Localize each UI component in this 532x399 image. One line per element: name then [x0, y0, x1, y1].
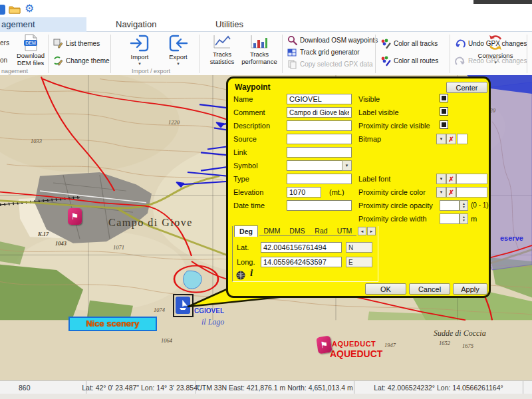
datetime-field[interactable]	[287, 200, 352, 211]
coord-tabs-scroll-left-icon[interactable]: ◄	[358, 227, 366, 235]
symbol-dropdown-icon[interactable]: ▼	[342, 160, 352, 171]
change-theme-button[interactable]: Change theme	[53, 55, 110, 66]
comment-field[interactable]	[287, 107, 352, 118]
gear-icon[interactable]: ⚙	[25, 2, 34, 15]
coord-tab-rad[interactable]: Rad	[310, 226, 332, 236]
link-field[interactable]	[287, 147, 352, 158]
import-caret-icon: ▾	[138, 61, 141, 66]
apply-button[interactable]: Apply	[453, 283, 487, 295]
ribbon-tab-strip: agement Navigation Utilities	[0, 17, 532, 32]
ok-button[interactable]: OK	[365, 283, 406, 295]
coord-tab-deg[interactable]: Deg	[234, 225, 258, 237]
conversions-button[interactable]: Conversions ▾	[472, 33, 519, 72]
label-font-dropdown-icon[interactable]: ▼	[436, 174, 446, 184]
prox-visible-checkbox[interactable]	[440, 120, 448, 129]
name-label: Name	[233, 95, 253, 103]
import-icon	[130, 34, 150, 53]
list-themes-button[interactable]: List themes	[53, 38, 100, 49]
source-label: Source	[233, 135, 257, 143]
visible-label: Visible	[358, 95, 380, 103]
coord-tab-dms[interactable]: DMS	[285, 226, 310, 236]
tab-navigation[interactable]: Navigation	[106, 17, 166, 32]
reserve-label: eserve	[500, 234, 523, 242]
bitmap-dropdown-icon[interactable]: ▼	[436, 134, 446, 144]
track-grid-button[interactable]: Track grid generator	[287, 47, 360, 58]
change-theme-icon	[53, 56, 63, 66]
spin-down-icon: ▼	[462, 205, 466, 209]
prox-width-field[interactable]	[440, 213, 460, 224]
prox-color-dropdown-icon[interactable]: ▼	[436, 187, 446, 198]
app-icon	[0, 5, 5, 15]
prox-color-clear-icon[interactable]: ✗	[446, 187, 456, 198]
bitmap-clear-icon[interactable]: ✗	[446, 134, 456, 144]
list-themes-icon	[53, 39, 63, 49]
lat-field[interactable]	[261, 242, 342, 253]
copy-gpx-label: Copy selected GPX data	[300, 61, 373, 68]
info-icon[interactable]: i	[250, 267, 253, 279]
coord-tabs-scroll-right-icon[interactable]: ►	[367, 227, 376, 235]
prox-width-label: Proximity circle width	[358, 215, 427, 223]
export-button[interactable]: Export ▾	[162, 33, 194, 72]
svg-text:DEM: DEM	[25, 41, 36, 45]
copy-gpx-button[interactable]: Copy selected GPX data	[287, 59, 373, 70]
prox-opacity-spinner[interactable]: ▲▼	[460, 200, 468, 211]
waypoint-flag-aqueduct[interactable]: ⚑	[316, 336, 332, 354]
lat-hemisphere-value: N	[348, 244, 353, 251]
elevation-label: 1652	[439, 340, 450, 346]
tab-utilities[interactable]: Utilities	[206, 17, 253, 32]
long-field[interactable]	[261, 257, 342, 267]
download-dem-button[interactable]: DEM Download DEM files	[15, 33, 47, 72]
flag-icon: ⚑	[320, 339, 329, 350]
coord-tab-utm[interactable]: UTM	[332, 226, 356, 236]
description-label: Description	[233, 122, 270, 130]
type-field[interactable]	[287, 174, 352, 184]
lat-hemisphere-combo[interactable]: N	[346, 242, 372, 253]
color-all-tracks-button[interactable]: Color all tracks	[380, 38, 438, 49]
export-label: Export	[169, 54, 187, 61]
name-field[interactable]	[287, 94, 352, 104]
label-font-clear-icon[interactable]: ✗	[446, 174, 456, 184]
conversions-caret-icon: ▾	[494, 60, 497, 65]
elevation-label: 1071	[113, 244, 124, 251]
download-osm-button[interactable]: Download OSM waypoints	[287, 35, 378, 46]
symbol-label: Symbol	[233, 162, 258, 170]
grid-icon	[287, 47, 297, 57]
elevation-unit: (mt.)	[329, 188, 344, 196]
buoy-icon	[178, 300, 188, 311]
selected-waypoint-icon[interactable]	[176, 297, 190, 314]
waypoint-flag-town[interactable]: ⚑	[68, 208, 82, 225]
center-button[interactable]: Center	[446, 82, 487, 93]
prox-opacity-field[interactable]	[440, 200, 460, 211]
web-globe-icon[interactable]	[235, 270, 247, 281]
long-label: Long.	[237, 258, 255, 266]
prox-width-suffix: m	[471, 215, 477, 223]
coord-tab-dmm[interactable]: DMM	[259, 226, 285, 236]
elevation-field[interactable]	[287, 187, 321, 198]
label-visible-checkbox[interactable]	[440, 107, 448, 116]
elevation-label: 1675	[462, 342, 473, 349]
color-all-routes-button[interactable]: Color all routes	[380, 55, 438, 66]
status-bar: 860 Lat: 42° 0' 23.487" Lon: 14° 3' 23.8…	[0, 380, 532, 394]
cutoff-button-2[interactable]: on	[0, 55, 7, 66]
source-field[interactable]	[287, 134, 352, 144]
tracks-statistics-button[interactable]: Tracks statistics	[205, 33, 239, 72]
cancel-button[interactable]: Cancel	[409, 283, 450, 295]
description-field[interactable]	[287, 120, 352, 131]
open-folder-icon[interactable]	[9, 4, 21, 14]
spin-down-icon: ▼	[462, 219, 466, 223]
elevation-label: K.17	[38, 231, 49, 237]
color-all-routes-label: Color all routes	[394, 57, 438, 65]
import-button[interactable]: Import ▾	[124, 33, 156, 72]
datetime-label: Date time	[233, 201, 265, 209]
tracks-performance-button[interactable]: Tracks performance	[241, 33, 278, 72]
scenery-note-label[interactable]: Nice scenery	[68, 317, 157, 331]
aqueduct-label-small: AQUEDUCT	[332, 340, 376, 348]
long-hemisphere-combo[interactable]: E	[346, 257, 372, 267]
prox-width-spinner[interactable]: ▲▼	[460, 213, 468, 224]
cutoff-button-1[interactable]: ers	[0, 37, 9, 49]
line-chart-icon	[213, 34, 231, 50]
magnifier-icon	[287, 35, 297, 45]
visible-checkbox[interactable]	[440, 94, 448, 102]
tab-management[interactable]: agement	[0, 17, 86, 32]
group-label-import-export: Import / export	[132, 68, 170, 74]
